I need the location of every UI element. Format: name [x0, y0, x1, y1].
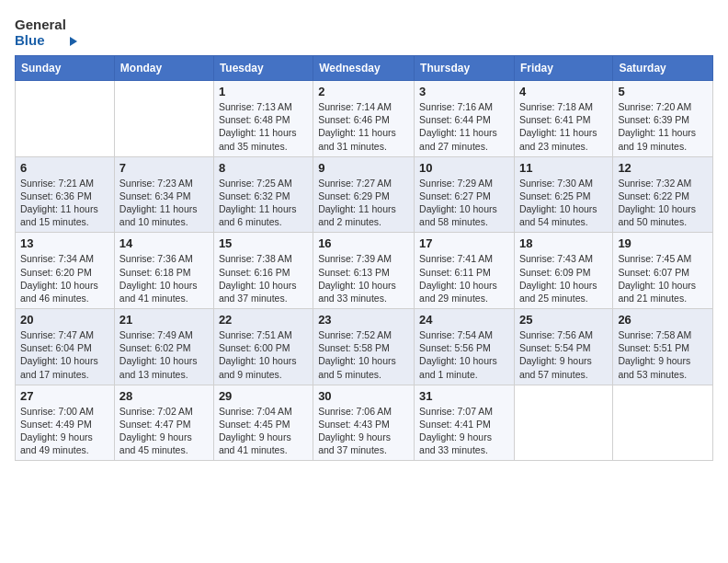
day-number: 19: [618, 236, 708, 250]
day-info: Sunrise: 7:25 AM Sunset: 6:32 PM Dayligh…: [219, 177, 308, 229]
day-info: Sunrise: 7:38 AM Sunset: 6:16 PM Dayligh…: [219, 252, 308, 304]
svg-marker-2: [70, 37, 77, 46]
day-info: Sunrise: 7:18 AM Sunset: 6:41 PM Dayligh…: [519, 100, 608, 153]
day-info: Sunrise: 7:58 AM Sunset: 5:51 PM Dayligh…: [618, 328, 708, 381]
calendar-cell: [16, 81, 115, 157]
day-info: Sunrise: 7:00 AM Sunset: 4:49 PM Dayligh…: [20, 405, 109, 457]
col-header-monday: Monday: [114, 56, 213, 81]
calendar-cell: 22Sunrise: 7:51 AM Sunset: 6:00 PM Dayli…: [213, 309, 313, 385]
calendar-cell: 9Sunrise: 7:27 AM Sunset: 6:29 PM Daylig…: [313, 156, 415, 233]
calendar-week-4: 20Sunrise: 7:47 AM Sunset: 6:04 PM Dayli…: [16, 309, 713, 385]
calendar-week-2: 6Sunrise: 7:21 AM Sunset: 6:36 PM Daylig…: [16, 156, 713, 233]
day-number: 31: [419, 389, 509, 403]
day-number: 10: [419, 161, 509, 175]
calendar-cell: 27Sunrise: 7:00 AM Sunset: 4:49 PM Dayli…: [16, 385, 115, 461]
day-number: 17: [419, 236, 509, 250]
col-header-thursday: Thursday: [415, 56, 515, 81]
calendar-cell: 6Sunrise: 7:21 AM Sunset: 6:36 PM Daylig…: [16, 156, 115, 233]
calendar-cell: 16Sunrise: 7:39 AM Sunset: 6:13 PM Dayli…: [313, 233, 415, 309]
day-info: Sunrise: 7:54 AM Sunset: 5:56 PM Dayligh…: [419, 328, 509, 381]
calendar-cell: [514, 385, 612, 461]
day-number: 12: [618, 161, 708, 175]
day-info: Sunrise: 7:41 AM Sunset: 6:11 PM Dayligh…: [419, 252, 509, 304]
calendar-cell: 5Sunrise: 7:20 AM Sunset: 6:39 PM Daylig…: [613, 81, 713, 157]
day-info: Sunrise: 7:36 AM Sunset: 6:18 PM Dayligh…: [119, 252, 209, 304]
calendar-cell: 10Sunrise: 7:29 AM Sunset: 6:27 PM Dayli…: [415, 156, 515, 233]
day-number: 24: [419, 313, 509, 327]
col-header-friday: Friday: [514, 56, 612, 81]
calendar-cell: 4Sunrise: 7:18 AM Sunset: 6:41 PM Daylig…: [514, 81, 612, 157]
day-info: Sunrise: 7:14 AM Sunset: 6:46 PM Dayligh…: [318, 100, 409, 153]
day-info: Sunrise: 7:04 AM Sunset: 4:45 PM Dayligh…: [219, 405, 308, 457]
calendar-cell: 29Sunrise: 7:04 AM Sunset: 4:45 PM Dayli…: [213, 385, 313, 461]
calendar-cell: 21Sunrise: 7:49 AM Sunset: 6:02 PM Dayli…: [114, 309, 213, 385]
day-info: Sunrise: 7:16 AM Sunset: 6:44 PM Dayligh…: [419, 100, 509, 153]
day-number: 14: [119, 236, 209, 250]
calendar-cell: 12Sunrise: 7:32 AM Sunset: 6:22 PM Dayli…: [613, 156, 713, 233]
col-header-tuesday: Tuesday: [213, 56, 313, 81]
day-number: 18: [519, 236, 608, 250]
day-number: 21: [119, 313, 209, 327]
day-number: 22: [219, 313, 308, 327]
day-number: 26: [618, 313, 708, 327]
day-info: Sunrise: 7:23 AM Sunset: 6:34 PM Dayligh…: [119, 177, 209, 229]
day-info: Sunrise: 7:02 AM Sunset: 4:47 PM Dayligh…: [119, 405, 209, 457]
calendar-week-1: 1Sunrise: 7:13 AM Sunset: 6:48 PM Daylig…: [16, 81, 713, 157]
day-number: 6: [20, 161, 109, 175]
day-number: 3: [419, 85, 509, 98]
day-number: 27: [20, 389, 109, 403]
calendar-cell: [613, 385, 713, 461]
day-info: Sunrise: 7:21 AM Sunset: 6:36 PM Dayligh…: [20, 177, 109, 229]
day-number: 25: [519, 313, 608, 327]
calendar-cell: 30Sunrise: 7:06 AM Sunset: 4:43 PM Dayli…: [313, 385, 415, 461]
calendar-cell: 28Sunrise: 7:02 AM Sunset: 4:47 PM Dayli…: [114, 385, 213, 461]
calendar-cell: 23Sunrise: 7:52 AM Sunset: 5:58 PM Dayli…: [313, 309, 415, 385]
day-info: Sunrise: 7:29 AM Sunset: 6:27 PM Dayligh…: [419, 177, 509, 229]
calendar-cell: 1Sunrise: 7:13 AM Sunset: 6:48 PM Daylig…: [213, 81, 313, 157]
day-number: 1: [219, 85, 308, 98]
day-number: 9: [318, 161, 409, 175]
calendar-cell: 2Sunrise: 7:14 AM Sunset: 6:46 PM Daylig…: [313, 81, 415, 157]
col-header-sunday: Sunday: [16, 56, 115, 81]
day-number: 23: [318, 313, 409, 327]
day-info: Sunrise: 7:39 AM Sunset: 6:13 PM Dayligh…: [318, 252, 409, 304]
page-header: GeneralBlue: [15, 15, 713, 48]
calendar-cell: 3Sunrise: 7:16 AM Sunset: 6:44 PM Daylig…: [415, 81, 515, 157]
calendar-cell: 7Sunrise: 7:23 AM Sunset: 6:34 PM Daylig…: [114, 156, 213, 233]
calendar-cell: [114, 81, 213, 157]
calendar-week-3: 13Sunrise: 7:34 AM Sunset: 6:20 PM Dayli…: [16, 233, 713, 309]
day-number: 15: [219, 236, 308, 250]
day-info: Sunrise: 7:51 AM Sunset: 6:00 PM Dayligh…: [219, 328, 308, 381]
calendar-cell: 8Sunrise: 7:25 AM Sunset: 6:32 PM Daylig…: [213, 156, 313, 233]
day-number: 13: [20, 236, 109, 250]
day-info: Sunrise: 7:27 AM Sunset: 6:29 PM Dayligh…: [318, 177, 409, 229]
svg-text:General: General: [15, 17, 66, 32]
day-info: Sunrise: 7:34 AM Sunset: 6:20 PM Dayligh…: [20, 252, 109, 304]
calendar-table: SundayMondayTuesdayWednesdayThursdayFrid…: [15, 55, 713, 461]
calendar-cell: 11Sunrise: 7:30 AM Sunset: 6:25 PM Dayli…: [514, 156, 612, 233]
day-info: Sunrise: 7:56 AM Sunset: 5:54 PM Dayligh…: [519, 328, 608, 381]
calendar-week-5: 27Sunrise: 7:00 AM Sunset: 4:49 PM Dayli…: [16, 385, 713, 461]
calendar-cell: 25Sunrise: 7:56 AM Sunset: 5:54 PM Dayli…: [514, 309, 612, 385]
day-number: 5: [618, 85, 708, 98]
day-number: 7: [119, 161, 209, 175]
calendar-cell: 24Sunrise: 7:54 AM Sunset: 5:56 PM Dayli…: [415, 309, 515, 385]
day-info: Sunrise: 7:43 AM Sunset: 6:09 PM Dayligh…: [519, 252, 608, 304]
svg-text:Blue: Blue: [15, 32, 45, 48]
day-number: 20: [20, 313, 109, 327]
day-number: 2: [318, 85, 409, 98]
day-info: Sunrise: 7:30 AM Sunset: 6:25 PM Dayligh…: [519, 177, 608, 229]
day-number: 11: [519, 161, 608, 175]
calendar-cell: 20Sunrise: 7:47 AM Sunset: 6:04 PM Dayli…: [16, 309, 115, 385]
day-number: 28: [119, 389, 209, 403]
day-info: Sunrise: 7:52 AM Sunset: 5:58 PM Dayligh…: [318, 328, 409, 381]
calendar-cell: 15Sunrise: 7:38 AM Sunset: 6:16 PM Dayli…: [213, 233, 313, 309]
calendar-cell: 18Sunrise: 7:43 AM Sunset: 6:09 PM Dayli…: [514, 233, 612, 309]
logo-svg: GeneralBlue: [15, 15, 88, 48]
day-number: 29: [219, 389, 308, 403]
day-number: 4: [519, 85, 608, 98]
logo: GeneralBlue: [15, 15, 88, 48]
calendar-cell: 14Sunrise: 7:36 AM Sunset: 6:18 PM Dayli…: [114, 233, 213, 309]
day-info: Sunrise: 7:49 AM Sunset: 6:02 PM Dayligh…: [119, 328, 209, 381]
calendar-cell: 26Sunrise: 7:58 AM Sunset: 5:51 PM Dayli…: [613, 309, 713, 385]
